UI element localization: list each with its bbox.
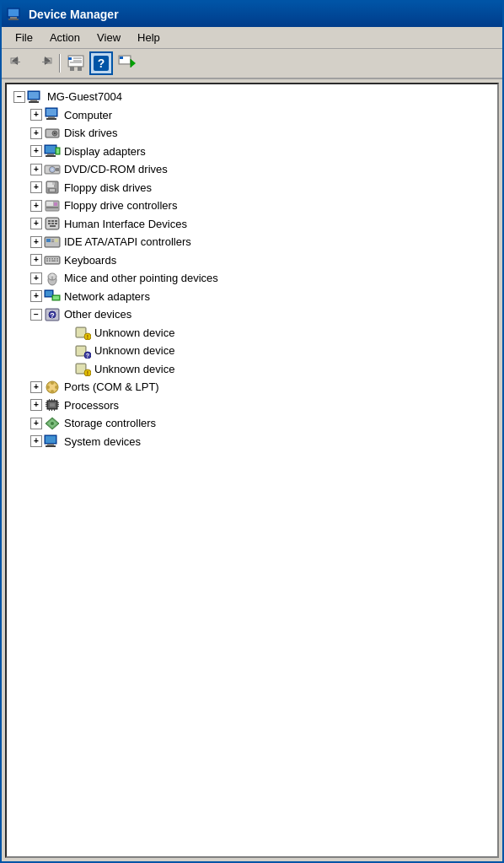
svg-rect-61 bbox=[55, 220, 57, 222]
tree-item-hid[interactable]: + Human Interface Devices bbox=[10, 215, 494, 234]
hid-expand[interactable]: + bbox=[30, 218, 42, 229]
tree-item-dvd[interactable]: + DVD/CD-ROM drives bbox=[10, 160, 494, 179]
forward-button[interactable] bbox=[32, 51, 56, 75]
svg-rect-54 bbox=[46, 202, 53, 206]
floppy-ctrl-label: Floppy drive controllers bbox=[64, 197, 177, 214]
display-expand[interactable]: + bbox=[30, 145, 42, 157]
svg-point-110 bbox=[51, 390, 54, 393]
svg-rect-27 bbox=[30, 100, 37, 101]
tree-root[interactable]: − MG-Guest7004 bbox=[10, 88, 494, 106]
svg-rect-122 bbox=[49, 399, 50, 401]
tree-item-ports[interactable]: + Ports (COM & LPT) bbox=[10, 378, 494, 396]
svg-rect-51 bbox=[50, 189, 55, 191]
mouse-expand[interactable]: + bbox=[30, 272, 42, 284]
dvd-expand[interactable]: + bbox=[30, 164, 42, 175]
svg-rect-3 bbox=[8, 19, 19, 20]
unknown1-label: Unknown device bbox=[94, 325, 174, 342]
svg-rect-65 bbox=[50, 225, 56, 227]
svg-rect-125 bbox=[49, 409, 50, 411]
network-icon bbox=[44, 289, 61, 304]
menu-help[interactable]: Help bbox=[129, 30, 169, 46]
unknown3-label: Unknown device bbox=[94, 361, 174, 378]
svg-point-86 bbox=[51, 273, 54, 276]
svg-rect-56 bbox=[46, 207, 58, 208]
tree-item-computer[interactable]: + Computer bbox=[10, 106, 494, 125]
tree-item-display[interactable]: + Display adapters bbox=[10, 143, 494, 161]
svg-rect-69 bbox=[51, 240, 54, 240]
processor-expand[interactable]: + bbox=[30, 399, 42, 411]
svg-rect-60 bbox=[51, 220, 54, 222]
processor-icon bbox=[44, 397, 61, 413]
tree-item-floppy-ctrl[interactable]: + Floppy drive controllers bbox=[10, 197, 494, 215]
title-bar: Device Manager bbox=[2, 2, 502, 27]
other-icon: ? bbox=[44, 307, 61, 322]
tree-item-keyboard[interactable]: + Keyboar bbox=[10, 251, 494, 270]
help-button[interactable]: ? bbox=[89, 51, 113, 75]
ports-expand[interactable]: + bbox=[30, 381, 42, 393]
floppy-disk-expand[interactable]: + bbox=[30, 181, 42, 193]
tree-item-ide[interactable]: + IDE ATA/ATAPI controllers bbox=[10, 233, 494, 251]
svg-rect-22 bbox=[120, 57, 123, 59]
tree-item-mouse[interactable]: + Mice and other pointing devices bbox=[10, 269, 494, 288]
svg-point-128 bbox=[51, 422, 54, 425]
device-manager-window: Device Manager File Action View Help bbox=[0, 0, 504, 863]
back-button[interactable] bbox=[7, 51, 30, 75]
tree-item-unknown1[interactable]: ! Unknown device bbox=[10, 324, 494, 343]
floppy-ctrl-expand[interactable]: + bbox=[30, 200, 42, 212]
tree-item-network[interactable]: + Network adapters bbox=[10, 288, 494, 306]
system-expand[interactable]: + bbox=[30, 435, 42, 447]
display-icon bbox=[44, 143, 61, 159]
svg-rect-1 bbox=[8, 9, 19, 16]
tree-item-unknown2[interactable]: ? Unknown device bbox=[10, 342, 494, 360]
svg-marker-23 bbox=[131, 59, 136, 67]
svg-rect-31 bbox=[48, 116, 55, 118]
tree-item-storage[interactable]: + Storage controllers bbox=[10, 414, 494, 433]
keyboard-label: Keyboards bbox=[64, 252, 116, 269]
window-icon bbox=[7, 6, 24, 23]
unknown3-spacer bbox=[61, 363, 72, 375]
keyboard-icon bbox=[44, 252, 61, 267]
computer-icon bbox=[44, 107, 61, 122]
menu-file[interactable]: File bbox=[7, 30, 41, 46]
menu-view[interactable]: View bbox=[88, 30, 129, 46]
svg-rect-115 bbox=[50, 403, 55, 407]
svg-point-109 bbox=[51, 381, 54, 385]
tree-item-disk[interactable]: + Disk drives bbox=[10, 124, 494, 143]
ide-expand[interactable]: + bbox=[30, 236, 42, 248]
device-tree: − MG-Guest7004 + bbox=[10, 88, 494, 450]
svg-rect-68 bbox=[46, 239, 51, 242]
svg-rect-42 bbox=[56, 148, 59, 154]
tree-item-unknown3[interactable]: ! Unknown device bbox=[10, 360, 494, 379]
svg-rect-126 bbox=[51, 409, 52, 411]
network-expand[interactable]: + bbox=[30, 290, 42, 302]
svg-rect-52 bbox=[52, 182, 55, 185]
properties-button[interactable] bbox=[64, 51, 88, 75]
svg-rect-75 bbox=[49, 258, 51, 260]
svg-rect-39 bbox=[47, 154, 54, 155]
tree-content: − MG-Guest7004 + bbox=[5, 83, 499, 858]
computer-expand[interactable]: + bbox=[30, 109, 42, 121]
storage-icon bbox=[44, 416, 61, 431]
keyboard-expand[interactable]: + bbox=[30, 254, 42, 266]
tree-item-floppy-disk[interactable]: + Floppy disk drives bbox=[10, 179, 494, 197]
tree-item-processor[interactable]: + bbox=[10, 396, 494, 415]
svg-rect-6 bbox=[12, 62, 20, 62]
svg-rect-9 bbox=[42, 62, 51, 62]
toolbar-separator-1 bbox=[59, 54, 61, 73]
processor-label: Processors bbox=[64, 397, 119, 414]
svg-rect-59 bbox=[48, 220, 51, 222]
system-icon bbox=[44, 434, 61, 449]
storage-expand[interactable]: + bbox=[30, 418, 42, 429]
other-expand[interactable]: − bbox=[30, 309, 42, 321]
menu-action[interactable]: Action bbox=[41, 30, 88, 46]
svg-rect-2 bbox=[10, 17, 17, 19]
update-button[interactable] bbox=[115, 51, 138, 75]
unknown2-icon: ? bbox=[74, 343, 91, 359]
tree-item-system[interactable]: + System devices bbox=[10, 433, 494, 451]
svg-rect-118 bbox=[46, 406, 47, 407]
svg-rect-80 bbox=[49, 261, 51, 262]
disk-expand[interactable]: + bbox=[30, 127, 42, 139]
tree-item-other[interactable]: − ? Other devices bbox=[10, 305, 494, 324]
root-expand[interactable]: − bbox=[13, 91, 25, 103]
svg-rect-79 bbox=[46, 261, 48, 262]
